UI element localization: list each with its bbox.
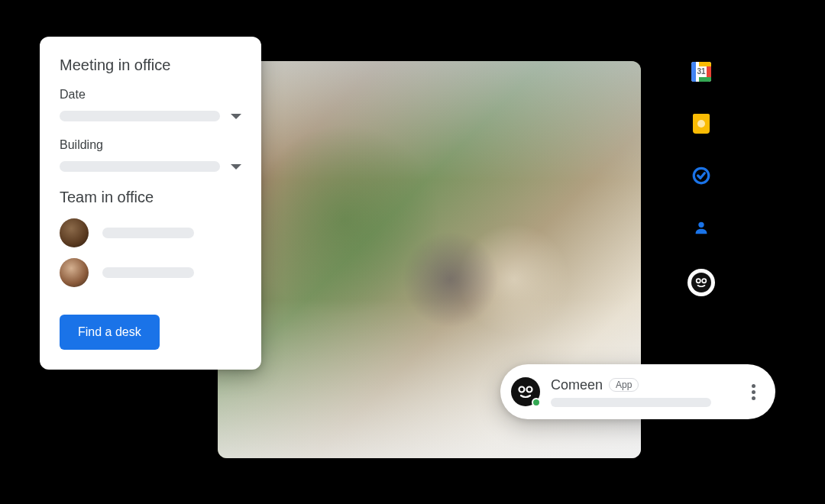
meeting-in-office-card: Meeting in office Date Building Team in … <box>40 37 261 370</box>
chat-item-body: Comeen App <box>551 377 747 407</box>
date-label: Date <box>60 88 241 102</box>
building-value-placeholder <box>60 161 220 172</box>
date-value-placeholder <box>60 111 220 121</box>
svg-point-4 <box>519 387 525 393</box>
chat-message-placeholder <box>551 398 711 407</box>
avatar <box>60 258 89 287</box>
find-a-desk-button[interactable]: Find a desk <box>60 315 160 350</box>
comeen-chat-item[interactable]: Comeen App <box>500 364 775 419</box>
calendar-icon[interactable]: 31 <box>691 61 712 82</box>
chevron-down-icon <box>231 114 241 119</box>
team-section-title: Team in office <box>60 189 241 206</box>
contacts-icon[interactable] <box>691 217 712 238</box>
svg-point-5 <box>527 387 532 393</box>
card-title: Meeting in office <box>60 57 241 74</box>
comeen-logo-icon <box>511 377 540 406</box>
svg-point-3 <box>702 279 706 283</box>
chevron-down-icon <box>231 164 241 170</box>
app-badge: App <box>609 378 639 392</box>
date-dropdown[interactable] <box>60 111 241 121</box>
side-panel-rail: 31 <box>688 61 715 296</box>
avatar <box>60 218 89 247</box>
calendar-day: 31 <box>691 67 711 76</box>
svg-point-2 <box>697 279 700 283</box>
team-member-row <box>60 218 241 247</box>
tasks-icon[interactable] <box>691 165 712 186</box>
building-label: Building <box>60 138 241 152</box>
svg-point-1 <box>698 222 704 228</box>
building-dropdown[interactable] <box>60 161 241 172</box>
presence-indicator <box>532 398 541 407</box>
team-member-name-placeholder <box>102 267 194 278</box>
more-options-icon[interactable] <box>747 380 760 405</box>
team-member-row <box>60 258 241 287</box>
comeen-icon[interactable] <box>688 269 715 296</box>
keep-icon[interactable] <box>691 113 712 134</box>
chat-app-name: Comeen <box>551 377 603 393</box>
team-member-name-placeholder <box>102 228 194 238</box>
